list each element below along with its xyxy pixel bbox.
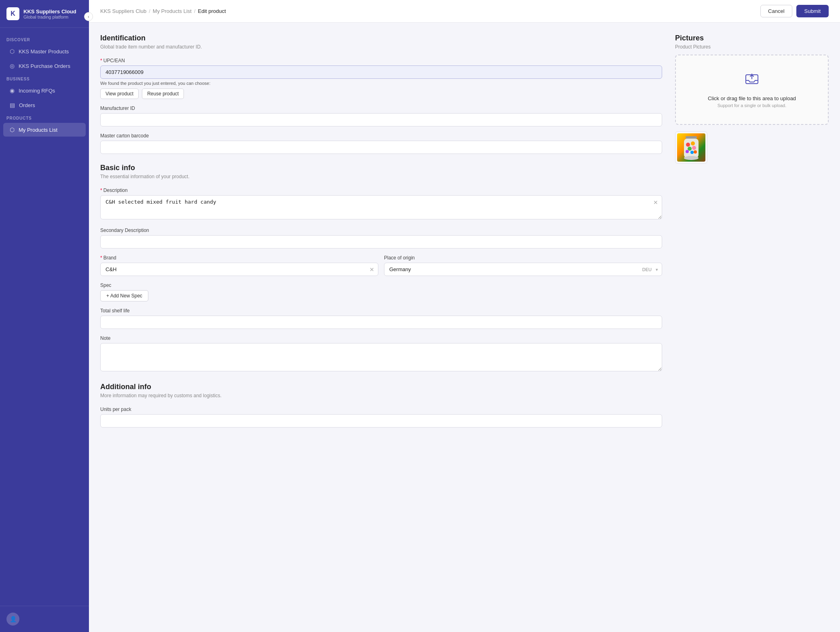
my-products-label: My Products List	[19, 127, 57, 133]
total-shelf-life-label: Total shelf life	[100, 308, 662, 314]
description-label: * Description	[100, 187, 662, 193]
secondary-desc-field-group: Secondary Description	[100, 228, 662, 249]
sidebar-item-my-products[interactable]: ⬡ My Products List	[3, 123, 86, 137]
orders-icon: ▤	[10, 102, 15, 108]
found-product-msg: We found the product you just entered, y…	[100, 81, 662, 86]
description-input[interactable]: C&H selected mixed fruit hard candy	[100, 195, 662, 219]
brand-required-star: *	[100, 255, 102, 261]
pictures-panel: Pictures Product Pictures Click or drag …	[675, 34, 829, 164]
spec-label: Spec	[100, 282, 662, 288]
sidebar-item-orders[interactable]: ▤ Orders	[3, 98, 86, 112]
sidebar-avatar-area: 👤	[0, 606, 89, 632]
app-subtitle: Global trading platform	[23, 15, 76, 19]
found-product-actions: View product Reuse product	[100, 88, 662, 99]
breadcrumb-current: Edit product	[198, 8, 226, 14]
sidebar-item-purchase-orders[interactable]: ◎ KKS Purchase Orders	[3, 59, 86, 73]
spec-field-group: Spec + Add New Spec	[100, 282, 662, 301]
place-of-origin-code: DEU	[642, 267, 652, 272]
collapse-icon: ‹	[88, 15, 89, 19]
breadcrumb-item-club[interactable]: KKS Suppliers Club	[100, 8, 146, 14]
description-clear-icon[interactable]: ✕	[653, 199, 658, 206]
sidebar-item-master-products[interactable]: ⬡ KKS Master Products	[3, 44, 86, 58]
secondary-desc-input[interactable]	[100, 235, 662, 249]
units-per-pack-field-group: Units per pack	[100, 407, 662, 428]
place-of-origin-input[interactable]	[384, 263, 662, 276]
place-of-origin-field-group: Place of origin DEU ▾	[384, 255, 662, 276]
breadcrumb-item-products[interactable]: My Products List	[153, 8, 192, 14]
note-label: Note	[100, 335, 662, 341]
master-products-icon: ⬡	[10, 48, 15, 55]
view-product-button[interactable]: View product	[100, 88, 139, 99]
brand-field-group: * Brand ✕	[100, 255, 378, 276]
products-label: PRODUCTS	[0, 113, 89, 122]
app-name: KKS Suppliers Cloud	[23, 8, 76, 15]
sidebar-nav: DISCOVER ⬡ KKS Master Products ◎ KKS Pur…	[0, 28, 89, 606]
master-barcode-field-group: Master carton barcode	[100, 133, 662, 154]
svg-point-7	[692, 146, 696, 150]
manufacturer-id-label: Manufacturer ID	[100, 105, 662, 111]
master-barcode-input[interactable]	[100, 141, 662, 154]
description-wrapper: C&H selected mixed fruit hard candy ✕	[100, 195, 662, 221]
sidebar-collapse-button[interactable]: ‹	[84, 12, 93, 21]
business-label: BUSINESS	[0, 74, 89, 83]
secondary-desc-label: Secondary Description	[100, 228, 662, 233]
topbar: KKS Suppliers Club / My Products List / …	[89, 0, 840, 23]
brand-label: * Brand	[100, 255, 378, 261]
cancel-button[interactable]: Cancel	[760, 5, 792, 17]
additional-info-section: Additional info More information may req…	[100, 383, 662, 428]
upc-input[interactable]	[100, 65, 662, 79]
topbar-actions: Cancel Submit	[760, 5, 829, 17]
identification-subtitle: Global trade item number and manufacture…	[100, 44, 662, 50]
brand-input[interactable]	[100, 263, 378, 276]
svg-point-5	[691, 141, 695, 145]
content-area: Identification Global trade item number …	[89, 23, 840, 632]
main-content: KKS Suppliers Club / My Products List / …	[89, 0, 840, 632]
svg-point-8	[686, 150, 689, 153]
upc-label: * UPC/EAN	[100, 58, 662, 63]
upload-subtext: Support for a single or bulk upload.	[684, 103, 820, 108]
note-input[interactable]	[100, 343, 662, 371]
upload-area[interactable]: Click or drag file to this area to uploa…	[675, 55, 829, 125]
place-of-origin-label: Place of origin	[384, 255, 662, 261]
purchase-orders-label: KKS Purchase Orders	[19, 63, 70, 69]
discover-label: DISCOVER	[0, 34, 89, 44]
product-thumbnail[interactable]	[675, 131, 707, 164]
identification-title: Identification	[100, 34, 662, 42]
additional-info-title: Additional info	[100, 383, 662, 391]
reuse-product-button[interactable]: Reuse product	[142, 88, 184, 99]
sidebar-item-incoming-rfqs[interactable]: ◉ Incoming RFQs	[3, 84, 86, 97]
manufacturer-id-input[interactable]	[100, 113, 662, 126]
breadcrumb-sep-2: /	[194, 8, 196, 14]
sidebar: K KKS Suppliers Cloud Global trading pla…	[0, 0, 89, 632]
form-column: Identification Global trade item number …	[100, 34, 662, 437]
avatar[interactable]: 👤	[6, 613, 19, 626]
logo-icon: K	[6, 7, 19, 20]
submit-button[interactable]: Submit	[796, 5, 829, 17]
upload-icon	[684, 72, 820, 91]
basic-info-title: Basic info	[100, 164, 662, 172]
incoming-rfqs-label: Incoming RFQs	[19, 88, 55, 94]
pictures-subtitle: Product Pictures	[675, 44, 829, 50]
breadcrumb: KKS Suppliers Club / My Products List / …	[100, 8, 226, 14]
svg-point-4	[686, 143, 690, 147]
orders-label: Orders	[19, 102, 35, 108]
description-field-group: * Description C&H selected mixed fruit h…	[100, 187, 662, 221]
add-spec-button[interactable]: + Add New Spec	[100, 290, 148, 301]
units-per-pack-input[interactable]	[100, 414, 662, 428]
master-products-label: KKS Master Products	[19, 48, 69, 55]
avatar-icon: 👤	[10, 616, 17, 622]
description-required-star: *	[100, 187, 102, 193]
breadcrumb-sep-1: /	[149, 8, 150, 14]
svg-point-3	[684, 156, 699, 160]
svg-rect-1	[686, 136, 697, 139]
basic-info-section: Basic info The essential information of …	[100, 164, 662, 373]
upload-text: Click or drag file to this area to uploa…	[684, 95, 820, 101]
svg-point-9	[690, 151, 694, 154]
basic-info-subtitle: The essential information of your produc…	[100, 174, 662, 179]
sidebar-logo: K KKS Suppliers Cloud Global trading pla…	[0, 0, 89, 28]
units-per-pack-label: Units per pack	[100, 407, 662, 412]
total-shelf-life-input[interactable]	[100, 316, 662, 329]
brand-clear-icon[interactable]: ✕	[369, 266, 374, 273]
my-products-icon: ⬡	[10, 126, 15, 133]
master-barcode-label: Master carton barcode	[100, 133, 662, 139]
